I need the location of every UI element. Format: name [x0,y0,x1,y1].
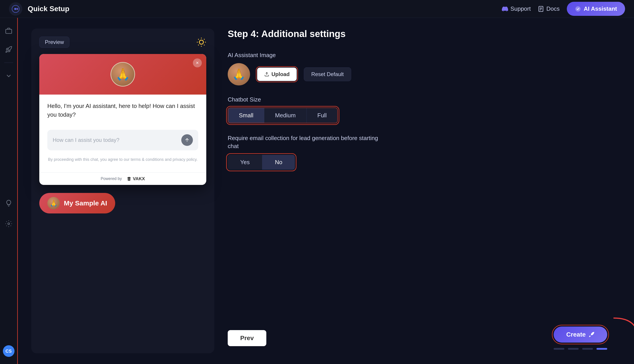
chat-powered-by: Powered by VAKX [39,172,206,185]
require-email-section: Require email collection for lead genera… [228,134,607,170]
chat-avatar: 🙏 [111,62,135,86]
chat-input-placeholder: How can I assist you today? [53,137,178,143]
chat-input-area[interactable]: How can I assist you today? [47,130,198,150]
create-button[interactable]: Create [554,326,607,342]
svg-line-12 [204,45,205,46]
ai-assistant-icon [575,6,581,12]
ai-image-preview: 🙏 [228,63,250,86]
svg-line-16 [204,39,205,40]
yes-button[interactable]: Yes [228,155,262,170]
require-email-group: Yes No [228,155,295,170]
sidebar-item-rocket[interactable] [3,44,15,55]
arrow-annotation [603,314,634,349]
chat-footer-text: By proceeding with this chat, you agree … [47,156,198,162]
chatbot-size-section: Chatbot Size Small Medium Full [228,96,607,123]
preview-label: Preview [39,36,69,48]
no-button[interactable]: No [262,155,295,170]
sidebar-item-chevron[interactable] [3,70,15,82]
svg-point-8 [199,40,203,44]
ai-image-label: AI Assistant Image [228,52,607,59]
create-rocket-icon [588,332,595,338]
chat-widget-header: × 🙏 [39,54,206,94]
user-avatar[interactable]: CS [3,345,15,357]
topbar: Quick Setup Support Docs AI Assistant [0,0,634,18]
progress-dot-3 [582,348,593,350]
topbar-actions: Support Docs AI Assistant [502,2,625,16]
support-label: Support [510,5,531,12]
theme-toggle-icon[interactable] [196,37,206,47]
preview-header: Preview [39,36,206,48]
docs-label: Docs [546,5,559,12]
chat-send-button[interactable] [181,134,193,146]
chatbot-trigger-label: My Sample AI [64,200,107,207]
avatar-image: 🙏 [111,63,134,86]
settings-panel: Step 4: Additional settings AI Assistant… [214,28,620,353]
sidebar-divider [4,62,13,63]
sidebar-item-bulb[interactable] [3,198,15,209]
ai-assistant-button[interactable]: AI Assistant [567,2,625,16]
chat-widget: × 🙏 Hello, I'm your AI assistant, here t… [39,54,206,185]
content-area: Preview [18,18,634,364]
step-title: Step 4: Additional settings [228,28,607,39]
progress-dot-2 [568,348,579,350]
size-small-button[interactable]: Small [228,108,264,123]
logo[interactable] [9,2,22,16]
docs-button[interactable]: Docs [538,5,559,12]
chatbot-trigger-button[interactable]: 🙏 My Sample AI [39,193,115,214]
upload-button[interactable]: Upload [257,68,297,81]
sidebar-item-briefcase[interactable] [3,25,15,36]
sidebar-item-settings[interactable] [3,218,15,230]
svg-line-15 [198,45,199,46]
size-medium-button[interactable]: Medium [264,108,306,123]
svg-point-7 [8,223,10,224]
chat-body: Hello, I'm your AI assistant, here to he… [39,94,206,170]
prev-button[interactable]: Prev [228,330,266,346]
progress-dots [554,348,607,350]
svg-rect-6 [6,29,12,34]
chat-close-button[interactable]: × [193,58,202,67]
svg-point-5 [575,6,580,12]
page-title: Quick Setup [28,5,496,13]
reset-default-button[interactable]: Reset Default [304,67,351,81]
require-email-label: Require email collection for lead genera… [228,134,384,150]
chat-greeting: Hello, I'm your AI assistant, here to he… [47,102,198,119]
ai-image-section: AI Assistant Image 🙏 Upload Reset Defaul… [228,52,607,86]
docs-icon [538,6,544,12]
bottom-nav: Prev Create [228,320,607,353]
ai-assistant-label: AI Assistant [584,5,617,12]
size-full-button[interactable]: Full [307,108,338,123]
trigger-avatar: 🙏 [47,197,60,210]
progress-dot-4 [596,348,607,350]
preview-panel: Preview [31,28,214,353]
support-button[interactable]: Support [502,5,531,12]
main-layout: CS Preview [0,18,634,364]
discord-icon [502,6,508,12]
chatbot-size-label: Chatbot Size [228,96,607,103]
progress-dot-1 [554,348,564,350]
sidebar: CS [0,18,18,364]
upload-icon [264,72,269,77]
ai-image-row: 🙏 Upload Reset Default [228,63,607,86]
svg-line-11 [198,39,199,40]
powered-by-text: Powered by [101,176,122,181]
vakx-logo: VAKX [127,176,145,181]
chatbot-size-group: Small Medium Full [228,108,338,123]
